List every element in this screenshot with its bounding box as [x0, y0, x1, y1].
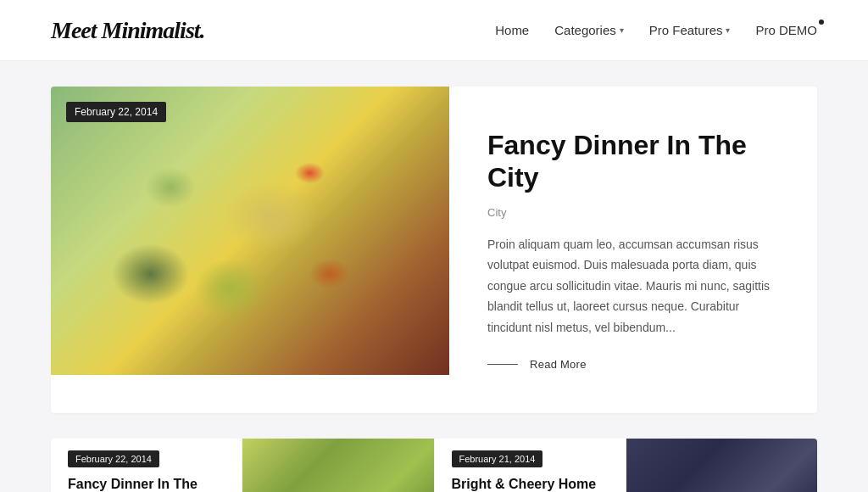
article-grid: February 22, 2014 Fancy Dinner In The Ci…: [51, 439, 817, 492]
grid-item-1: February 22, 2014 Fancy Dinner In The Ci…: [51, 439, 242, 492]
pro-demo-label: Pro DEMO: [755, 23, 817, 37]
grid-item-2-thumb: [242, 439, 433, 492]
read-more-line-decoration: [487, 364, 518, 365]
categories-chevron-icon: ▾: [620, 25, 624, 35]
main-content: February 22, 2014 ← → Fancy Dinner In Th…: [0, 61, 868, 492]
featured-content: Fancy Dinner In The City City Proin aliq…: [449, 87, 817, 413]
featured-image: [51, 87, 449, 375]
read-more-label: Read More: [530, 358, 587, 371]
grid-item-2: [242, 439, 434, 492]
nav-home[interactable]: Home: [495, 23, 529, 37]
logo-text: Meet Minimalist.: [51, 17, 205, 43]
nav-categories[interactable]: Categories ▾: [554, 23, 624, 37]
read-more-link[interactable]: Read More: [487, 358, 779, 371]
grid-item-3-date: February 21, 2014: [452, 450, 543, 467]
nav-pro-features[interactable]: Pro Features ▾: [649, 23, 731, 37]
grid-item-1-title: Fancy Dinner In The City: [68, 476, 225, 492]
pro-demo-dot-icon: [819, 20, 824, 25]
pro-features-label: Pro Features: [649, 23, 723, 37]
categories-label: Categories: [554, 23, 616, 37]
grid-item-2-thumb-image: [242, 439, 433, 492]
grid-item-3: February 21, 2014 Bright & Cheery Home D…: [435, 439, 626, 492]
featured-card: February 22, 2014 ← → Fancy Dinner In Th…: [51, 87, 817, 413]
grid-item-3-text: February 21, 2014 Bright & Cheery Home D…: [435, 439, 626, 492]
featured-image-wrap: February 22, 2014 ← →: [51, 87, 449, 413]
featured-category: City: [487, 206, 779, 219]
grid-item-4: [626, 439, 817, 492]
featured-date-badge: February 22, 2014: [66, 102, 166, 122]
pro-features-chevron-icon: ▾: [726, 25, 730, 35]
site-header: Meet Minimalist. Home Categories ▾ Pro F…: [0, 0, 868, 61]
featured-excerpt: Proin aliquam quam leo, accumsan accumsa…: [487, 234, 779, 338]
featured-title: Fancy Dinner In The City: [487, 129, 779, 194]
grid-item-1-text: February 22, 2014 Fancy Dinner In The Ci…: [51, 439, 242, 492]
main-nav: Home Categories ▾ Pro Features ▾ Pro DEM…: [495, 23, 817, 37]
grid-item-4-thumb: [626, 439, 817, 492]
nav-pro-demo[interactable]: Pro DEMO: [755, 23, 817, 37]
grid-item-3-title: Bright & Cheery Home Decor: [452, 476, 609, 492]
grid-item-4-thumb-image: [626, 439, 817, 492]
grid-item-1-date: February 22, 2014: [68, 450, 159, 467]
site-logo[interactable]: Meet Minimalist.: [51, 17, 205, 44]
